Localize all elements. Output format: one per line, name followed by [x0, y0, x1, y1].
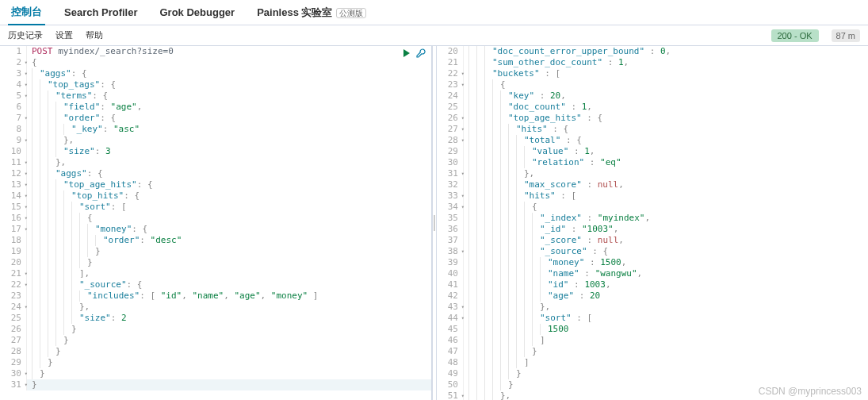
- code-line[interactable]: 25"doc_count" : 1,: [437, 102, 868, 113]
- code-line[interactable]: 28}: [0, 346, 431, 357]
- code-line[interactable]: 46]: [437, 335, 868, 346]
- line-number: 20: [437, 46, 464, 57]
- code-line[interactable]: 20}: [0, 257, 431, 268]
- code-line[interactable]: 23{: [437, 79, 868, 90]
- code-line[interactable]: 30}: [0, 368, 431, 379]
- code-line[interactable]: 44"sort" : [: [437, 313, 868, 324]
- code-line[interactable]: 31}: [0, 379, 431, 390]
- code-line[interactable]: 6"field": "age",: [0, 102, 431, 113]
- code-line[interactable]: 12"aggs": {: [0, 168, 431, 179]
- line-number: 38: [437, 246, 464, 257]
- code-line[interactable]: 10"size": 3: [0, 146, 431, 157]
- code-line[interactable]: 27}: [0, 335, 431, 346]
- code-line[interactable]: 17"money": {: [0, 224, 431, 235]
- wrench-icon[interactable]: [415, 48, 426, 59]
- code-line[interactable]: 24},: [0, 302, 431, 313]
- tab-painless-实验室[interactable]: Painless 实验室公测版: [254, 1, 369, 25]
- line-number: 29: [437, 146, 464, 157]
- line-number: 18: [0, 235, 27, 246]
- code-line[interactable]: 13"top_age_hits": {: [0, 179, 431, 190]
- line-number: 9: [0, 135, 27, 146]
- line-number: 49: [437, 368, 464, 379]
- response-viewer[interactable]: 20"doc_count_error_upper_bound" : 0,21"s…: [437, 46, 868, 400]
- play-icon[interactable]: [401, 48, 412, 59]
- code-line[interactable]: 4"top_tags": {: [0, 79, 431, 90]
- code-line[interactable]: 9},: [0, 135, 431, 146]
- line-number: 29: [0, 357, 27, 368]
- code-line[interactable]: 38"_source" : {: [437, 246, 868, 257]
- code-line[interactable]: 451500: [437, 324, 868, 335]
- tab-grok-debugger[interactable]: Grok Debugger: [157, 2, 239, 23]
- line-number: 50: [437, 379, 464, 390]
- code-line[interactable]: 29}: [0, 357, 431, 368]
- code-line[interactable]: 8"_key": "asc": [0, 124, 431, 135]
- code-line[interactable]: 23"includes": [ "id", "name", "age", "mo…: [0, 290, 431, 302]
- line-number: 12: [0, 168, 27, 179]
- line-number: 22: [437, 68, 464, 79]
- line-number: 20: [0, 257, 27, 268]
- code-line[interactable]: 35"_index" : "myindex",: [437, 213, 868, 224]
- line-number: 43: [437, 302, 464, 313]
- code-line[interactable]: 32"max_score" : null,: [437, 179, 868, 190]
- code-line[interactable]: 15"sort": [: [0, 202, 431, 213]
- code-line[interactable]: 26"top_age_hits" : {: [437, 113, 868, 124]
- code-line[interactable]: 31},: [437, 168, 868, 179]
- help-link[interactable]: 帮助: [86, 29, 103, 41]
- line-number: 24: [0, 302, 27, 313]
- line-number: 19: [0, 246, 27, 257]
- history-link[interactable]: 历史记录: [8, 29, 43, 41]
- code-line[interactable]: 18"order": "desc": [0, 235, 431, 246]
- code-line[interactable]: 22"_source": {: [0, 279, 431, 290]
- code-line[interactable]: 22"buckets" : [: [437, 68, 868, 79]
- code-line[interactable]: 43},: [437, 302, 868, 313]
- code-line[interactable]: 20"doc_count_error_upper_bound" : 0,: [437, 46, 868, 57]
- tab-控制台[interactable]: 控制台: [8, 0, 45, 25]
- request-editor[interactable]: 1POST myindex/_search?size=02{3"aggs": {…: [0, 46, 432, 400]
- code-line[interactable]: 14"top_hits": {: [0, 190, 431, 202]
- code-line[interactable]: 26}: [0, 324, 431, 335]
- code-line[interactable]: 5"terms": {: [0, 90, 431, 102]
- code-line[interactable]: 49}: [437, 368, 868, 379]
- line-number: 44: [437, 313, 464, 324]
- line-number: 28: [0, 346, 27, 357]
- code-line[interactable]: 1POST myindex/_search?size=0: [0, 46, 431, 57]
- line-number: 26: [437, 113, 464, 124]
- code-line[interactable]: 28"total" : {: [437, 135, 868, 146]
- line-number: 51: [437, 390, 464, 400]
- code-line[interactable]: 25"size": 2: [0, 313, 431, 324]
- code-line[interactable]: 33"hits" : [: [437, 190, 868, 202]
- tab-search-profiler[interactable]: Search Profiler: [61, 2, 141, 23]
- line-number: 27: [437, 124, 464, 135]
- settings-link[interactable]: 设置: [55, 29, 73, 41]
- code-line[interactable]: 40"name" : "wangwu",: [437, 268, 868, 279]
- line-number: 15: [0, 202, 27, 213]
- code-line[interactable]: 29"value" : 1,: [437, 146, 868, 157]
- status-badge: 200 - OK: [771, 29, 819, 42]
- line-number: 2: [0, 57, 27, 68]
- line-number: 33: [437, 190, 464, 202]
- code-line[interactable]: 41"id" : 1003,: [437, 279, 868, 290]
- code-line[interactable]: 24"key" : 20,: [437, 90, 868, 102]
- code-line[interactable]: 21],: [0, 268, 431, 279]
- beta-badge: 公测版: [336, 8, 366, 18]
- code-line[interactable]: 48]: [437, 357, 868, 368]
- code-line[interactable]: 21"sum_other_doc_count" : 1,: [437, 57, 868, 68]
- code-line[interactable]: 11},: [0, 157, 431, 168]
- line-number: 39: [437, 257, 464, 268]
- line-number: 26: [0, 324, 27, 335]
- code-line[interactable]: 19}: [0, 246, 431, 257]
- code-line[interactable]: 7"order": {: [0, 113, 431, 124]
- line-number: 10: [0, 146, 27, 157]
- code-line[interactable]: 36"_id" : "1003",: [437, 224, 868, 235]
- code-line[interactable]: 3"aggs": {: [0, 68, 431, 79]
- code-line[interactable]: 16{: [0, 213, 431, 224]
- code-line[interactable]: 27"hits" : {: [437, 124, 868, 135]
- code-line[interactable]: 34{: [437, 202, 868, 213]
- code-line[interactable]: 47}: [437, 346, 868, 357]
- line-number: 35: [437, 213, 464, 224]
- code-line[interactable]: 37"_score" : null,: [437, 235, 868, 246]
- code-line[interactable]: 42"age" : 20: [437, 290, 868, 302]
- code-line[interactable]: 39"money" : 1500,: [437, 257, 868, 268]
- code-line[interactable]: 2{: [0, 57, 431, 68]
- code-line[interactable]: 30"relation" : "eq": [437, 157, 868, 168]
